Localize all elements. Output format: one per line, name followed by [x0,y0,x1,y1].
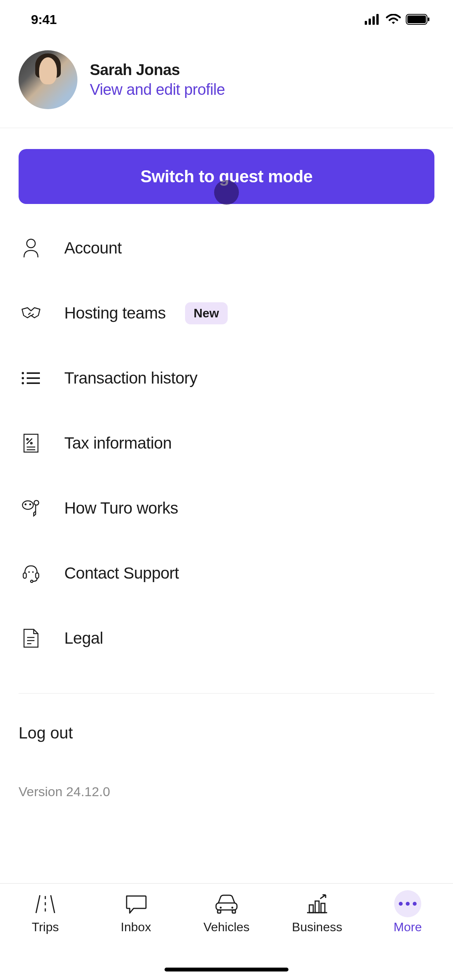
tab-inbox-label: Inbox [121,920,151,934]
main-content: Switch to guest mode Account Hosting tea… [0,128,453,799]
svg-line-32 [36,895,40,913]
svg-rect-43 [309,905,313,913]
logout-link[interactable]: Log out [19,694,434,742]
chat-icon [122,891,150,916]
svg-rect-37 [216,903,237,910]
svg-point-10 [22,382,24,384]
svg-point-28 [32,571,34,573]
cellular-icon [365,14,381,25]
menu-item-tax-information[interactable]: Tax information [19,411,434,476]
svg-point-8 [22,372,24,374]
new-badge: New [185,302,228,324]
profile-text: Sarah Jonas View and edit profile [90,61,225,98]
avatar[interactable] [19,50,77,109]
car-icon [213,891,240,916]
svg-point-7 [27,239,35,248]
menu-item-account[interactable]: Account [19,216,434,281]
tab-more-label: More [394,920,422,934]
menu-account-label: Account [64,239,122,257]
menu-support-label: Contact Support [64,564,179,583]
svg-point-22 [29,504,31,505]
svg-point-38 [220,907,222,909]
menu-item-hosting-teams[interactable]: Hosting teams New [19,281,434,346]
tab-vehicles-label: Vehicles [203,920,249,934]
menu-tax-label: Tax information [64,434,172,452]
home-indicator[interactable] [165,968,288,971]
svg-point-23 [34,500,39,505]
svg-point-21 [25,504,27,505]
svg-point-27 [28,571,30,573]
svg-point-26 [31,580,33,583]
svg-rect-6 [428,17,429,21]
svg-rect-2 [372,16,375,25]
tab-bar: Trips Inbox Vehicles Business More [0,883,453,980]
tab-inbox[interactable]: Inbox [91,891,181,980]
svg-point-16 [27,439,28,440]
svg-point-17 [31,442,32,444]
tab-trips[interactable]: Trips [0,891,91,980]
switch-guest-mode-button[interactable]: Switch to guest mode [19,149,434,204]
tap-indicator [214,180,239,205]
profile-edit-link[interactable]: View and edit profile [90,81,225,98]
person-icon [20,238,42,258]
svg-rect-1 [369,19,371,25]
svg-rect-24 [23,573,26,578]
svg-rect-25 [36,573,39,578]
battery-icon [406,14,430,25]
svg-point-20 [22,501,33,509]
menu-list: Account Hosting teams New Transaction hi… [19,216,434,671]
menu-item-transaction-history[interactable]: Transaction history [19,346,434,411]
svg-line-15 [27,439,32,444]
svg-point-9 [22,377,24,379]
handshake-icon [20,305,42,321]
svg-point-39 [232,907,233,909]
list-icon [20,371,42,385]
svg-line-33 [51,895,55,913]
menu-legal-label: Legal [64,629,103,648]
svg-rect-41 [232,910,235,913]
menu-item-legal[interactable]: Legal [19,606,434,671]
menu-item-how-it-works[interactable]: How Turo works [19,476,434,541]
menu-hosting-label: Hosting teams [64,304,166,322]
tab-business[interactable]: Business [272,891,362,980]
svg-rect-5 [407,15,426,23]
svg-rect-45 [321,903,325,913]
tab-vehicles[interactable]: Vehicles [181,891,272,980]
status-indicators [365,14,430,25]
tab-business-label: Business [292,920,342,934]
svg-rect-3 [376,14,379,25]
svg-rect-40 [218,910,221,913]
status-bar: 9:41 [0,0,453,39]
headset-icon [20,564,42,583]
document-percent-icon [20,433,42,453]
tab-trips-label: Trips [32,920,59,934]
car-key-icon [20,499,42,517]
menu-how-label: How Turo works [64,499,178,517]
profile-name: Sarah Jonas [90,61,225,79]
profile-header[interactable]: Sarah Jonas View and edit profile [0,39,453,128]
more-icon [394,891,422,916]
tab-more[interactable]: More [362,891,453,980]
road-icon [31,891,59,916]
wifi-icon [386,14,401,25]
svg-rect-44 [315,901,319,913]
version-text: Version 24.12.0 [19,742,434,799]
chart-icon [303,891,331,916]
menu-transactions-label: Transaction history [64,369,197,387]
menu-item-contact-support[interactable]: Contact Support [19,541,434,606]
svg-rect-0 [365,21,367,25]
status-time: 9:41 [31,12,57,27]
document-icon [20,628,42,648]
